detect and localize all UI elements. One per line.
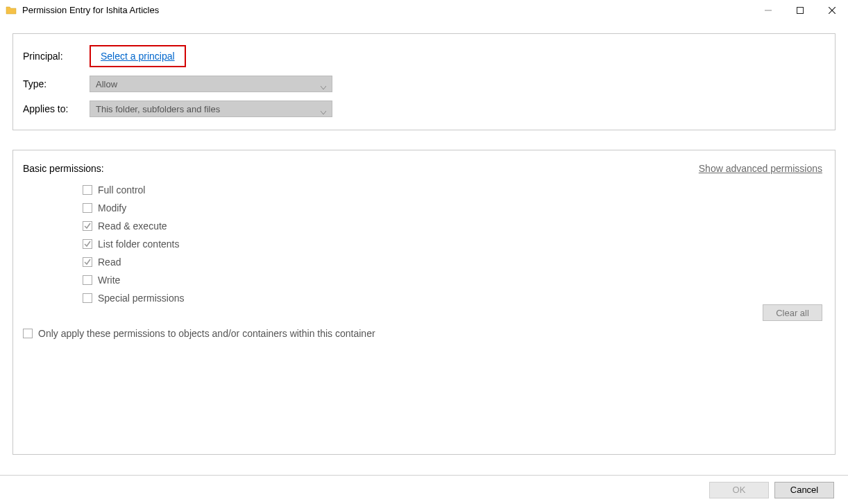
basic-permissions-label: Basic permissions: [23,163,104,174]
principal-label: Principal: [23,51,90,62]
permission-item: Read & execute [83,217,822,235]
permission-label: Full control [98,184,145,195]
type-dropdown: Allow [90,76,332,92]
chevron-down-icon [321,107,326,117]
show-advanced-permissions-link[interactable]: Show advanced permissions [699,163,822,174]
permission-item: Special permissions [83,289,822,307]
ok-button[interactable]: OK [709,482,769,498]
type-value: Allow [96,79,117,89]
permission-checkbox[interactable] [83,239,92,249]
svg-line-2 [829,7,836,14]
titlebar: Permission Entry for Ishita Articles [0,0,848,21]
minimize-button[interactable] [752,0,784,21]
maximize-button[interactable] [784,0,816,21]
permission-label: List folder contents [98,238,180,250]
permissions-panel: Basic permissions: Show advanced permiss… [12,150,836,455]
permission-item: Modify [83,199,822,217]
permission-label: Read [98,257,121,268]
permission-item: Read [83,253,822,271]
permission-item: List folder contents [83,235,822,253]
principal-panel: Principal: Select a principal Type: Allo… [12,33,836,130]
permission-checkbox[interactable] [83,221,92,231]
clear-all-button[interactable]: Clear all [763,304,822,321]
permission-checkbox[interactable] [83,293,92,303]
only-apply-checkbox[interactable] [23,329,33,338]
permission-label: Write [98,275,120,286]
chevron-down-icon [321,82,326,92]
permission-checkbox[interactable] [83,257,92,267]
select-principal-link[interactable]: Select a principal [90,45,186,67]
permission-checkbox[interactable] [83,185,92,195]
svg-line-3 [829,7,836,14]
applies-to-dropdown: This folder, subfolders and files [90,101,332,117]
permission-label: Read & execute [98,220,167,232]
applies-to-label: Applies to: [23,103,90,114]
permission-label: Special permissions [98,293,185,304]
folder-icon [6,5,17,16]
titlebar-controls [752,0,848,21]
only-apply-label: Only apply these permissions to objects … [38,328,375,339]
dialog-footer: OK Cancel [0,475,848,504]
cancel-button[interactable]: Cancel [774,482,834,498]
permission-item: Write [83,271,822,289]
close-button[interactable] [816,0,848,21]
type-label: Type: [23,78,90,89]
permission-item: Full control [83,181,822,199]
permission-checkbox[interactable] [83,275,92,285]
permission-label: Modify [98,202,126,214]
permission-checkbox[interactable] [83,203,92,213]
applies-to-value: This folder, subfolders and files [96,104,220,114]
svg-rect-1 [797,7,804,13]
window-title: Permission Entry for Ishita Articles [22,5,752,15]
